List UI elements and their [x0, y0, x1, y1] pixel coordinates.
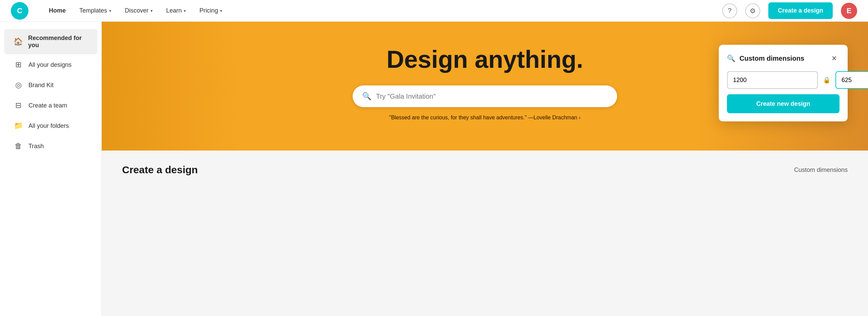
brand-icon: ◎: [14, 81, 23, 90]
nav-discover[interactable]: Discover ▾: [118, 4, 159, 17]
custom-dimensions-link[interactable]: Custom dimensions: [794, 166, 848, 174]
folder-icon: 📁: [14, 121, 23, 130]
chevron-down-icon: ▾: [220, 8, 222, 13]
bottom-section: Create a design Custom dimensions: [102, 151, 868, 200]
search-icon: 🔍: [362, 92, 371, 101]
chevron-down-icon: ▾: [184, 8, 186, 13]
popup-title-row: 🔍 Custom dimensions: [727, 54, 804, 62]
top-navigation: C Home Templates ▾ Discover ▾ Learn ▾ Pr…: [0, 0, 868, 22]
popup-close-button[interactable]: ✕: [829, 53, 840, 64]
sidebar-item-trash[interactable]: 🗑 Trash: [4, 136, 97, 156]
sidebar-item-recommended[interactable]: 🏠 Recommended for you: [4, 29, 97, 54]
nav-right-actions: ? ⚙ Create a design E: [722, 2, 857, 19]
hero-search-input[interactable]: [376, 93, 608, 100]
team-icon: ⊟: [14, 101, 23, 110]
hero-search-bar[interactable]: 🔍: [353, 85, 617, 107]
popup-header: 🔍 Custom dimensions ✕: [727, 53, 840, 64]
hero-quote[interactable]: "Blessed are the curious, for they shall…: [389, 115, 581, 121]
chevron-down-icon: ▾: [109, 8, 111, 13]
custom-dimensions-popup: 🔍 Custom dimensions ✕ 🔒 px in mm cm: [719, 45, 848, 121]
home-icon: 🏠: [14, 37, 23, 46]
settings-button[interactable]: ⚙: [745, 3, 760, 18]
section-title: Create a design: [122, 164, 198, 176]
popup-search-icon: 🔍: [727, 54, 735, 62]
sidebar-item-create-team[interactable]: ⊟ Create a team: [4, 96, 97, 115]
section-header-row: Create a design Custom dimensions: [122, 164, 848, 176]
sidebar-item-all-folders[interactable]: 📁 All your folders: [4, 116, 97, 136]
main-layout: 🏠 Recommended for you ⊞ All your designs…: [0, 22, 868, 316]
nav-home[interactable]: Home: [42, 4, 73, 17]
popup-inputs: 🔒 px in mm cm: [727, 71, 840, 89]
hero-title: Design anything.: [387, 45, 583, 73]
chevron-down-icon: ▾: [151, 8, 153, 13]
width-input[interactable]: [727, 71, 818, 89]
help-button[interactable]: ?: [722, 3, 737, 18]
nav-learn[interactable]: Learn ▾: [159, 4, 193, 17]
grid-icon: ⊞: [14, 60, 23, 69]
sidebar: 🏠 Recommended for you ⊞ All your designs…: [0, 22, 102, 316]
nav-pricing[interactable]: Pricing ▾: [193, 4, 229, 17]
nav-links: Home Templates ▾ Discover ▾ Learn ▾ Pric…: [42, 4, 229, 17]
main-content: Design anything. 🔍 "Blessed are the curi…: [102, 22, 868, 316]
trash-icon: 🗑: [14, 142, 23, 151]
popup-create-button[interactable]: Create new design: [727, 94, 840, 113]
lock-icon: 🔒: [821, 74, 833, 86]
sidebar-item-brand-kit[interactable]: ◎ Brand Kit: [4, 75, 97, 95]
popup-title: Custom dimensions: [739, 55, 804, 62]
create-design-button[interactable]: Create a design: [768, 2, 833, 19]
height-input[interactable]: [835, 71, 868, 89]
nav-templates[interactable]: Templates ▾: [73, 4, 118, 17]
sidebar-item-all-designs[interactable]: ⊞ All your designs: [4, 55, 97, 75]
canva-logo[interactable]: C: [11, 2, 28, 20]
avatar[interactable]: E: [841, 3, 857, 19]
